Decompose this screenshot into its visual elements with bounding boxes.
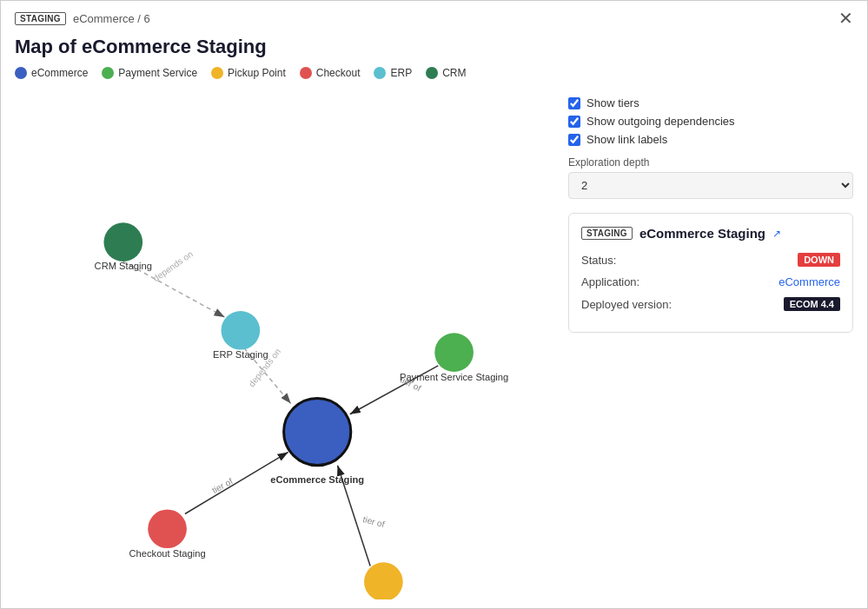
legend-label-pickup: Pickup Point	[228, 67, 286, 79]
info-card: STAGING eCommerce Staging ↗ Status: DOWN…	[568, 213, 853, 333]
graph-area: depends on depends on tier of tier of ti…	[1, 88, 554, 599]
legend-label-erp: ERP	[390, 67, 412, 79]
version-row: Deployed version: ECOM 4.4	[581, 297, 840, 311]
legend-label-checkout: Checkout	[316, 67, 361, 79]
edge-label-crm-erp: depends on	[151, 249, 195, 283]
legend-label-payment: Payment Service	[118, 67, 197, 79]
node-label-crm: CRM Staging	[95, 261, 152, 271]
legend-dot-pickup	[211, 67, 223, 79]
legend-dot-payment	[102, 67, 114, 79]
legend-item-erp: ERP	[374, 67, 412, 79]
info-card-header: STAGING eCommerce Staging ↗	[581, 226, 840, 241]
node-ecommerce[interactable]	[284, 398, 351, 465]
show-link-labels-checkbox[interactable]	[568, 134, 580, 146]
legend-row: eCommerce Payment Service Pickup Point C…	[1, 67, 867, 88]
edge-label-pickup-ecommerce: tier of	[361, 514, 386, 529]
legend-dot-crm	[426, 67, 438, 79]
show-link-labels-label[interactable]: Show link labels	[586, 133, 667, 146]
legend-dot-checkout	[300, 67, 312, 79]
legend-label-ecommerce: eCommerce	[31, 67, 88, 79]
breadcrumb: eCommerce / 6	[73, 12, 150, 25]
application-row: Application: eCommerce	[581, 275, 840, 288]
deployed-version-label: Deployed version:	[581, 298, 672, 311]
status-row: Status: DOWN	[581, 253, 840, 267]
legend-item-checkout: Checkout	[300, 67, 361, 79]
node-label-ecommerce: eCommerce Staging	[270, 474, 364, 485]
status-badge: DOWN	[798, 253, 840, 267]
legend-item-payment: Payment Service	[102, 67, 197, 79]
status-label: Status:	[581, 254, 616, 267]
show-outgoing-row: Show outgoing dependencies	[568, 115, 853, 128]
depth-select[interactable]: 1 2 3 4 5	[568, 172, 853, 199]
application-label: Application:	[581, 275, 639, 288]
show-link-labels-row: Show link labels	[568, 133, 853, 146]
application-link[interactable]: eCommerce	[779, 275, 840, 288]
node-payment[interactable]	[434, 333, 474, 372]
node-label-erp: ERP Staging	[213, 349, 268, 360]
node-crm[interactable]	[103, 222, 142, 261]
edge-label-checkout-ecommerce: tier of	[210, 476, 235, 495]
controls-section: Show tiers Show outgoing dependencies Sh…	[568, 96, 853, 199]
legend-item-ecommerce: eCommerce	[15, 67, 88, 79]
show-tiers-label[interactable]: Show tiers	[586, 96, 639, 109]
show-outgoing-checkbox[interactable]	[568, 116, 580, 128]
info-card-title: eCommerce Staging	[639, 226, 765, 241]
legend-dot-erp	[374, 67, 386, 79]
legend-label-crm: CRM	[442, 67, 466, 79]
depth-section: Exploration depth 1 2 3 4 5	[568, 156, 853, 199]
node-label-checkout: Checkout Staging	[129, 548, 206, 559]
graph-svg: depends on depends on tier of tier of ti…	[1, 88, 554, 599]
staging-badge: STAGING	[15, 12, 66, 25]
header-bar: STAGING eCommerce / 6 ✕	[1, 1, 867, 32]
legend-item-crm: CRM	[426, 67, 466, 79]
node-erp[interactable]	[222, 311, 261, 350]
right-panel: Show tiers Show outgoing dependencies Sh…	[554, 88, 867, 599]
info-staging-badge: STAGING	[581, 227, 633, 240]
legend-item-pickup: Pickup Point	[211, 67, 286, 79]
legend-dot-ecommerce	[15, 67, 27, 79]
external-link-icon[interactable]: ↗	[772, 228, 781, 240]
close-button[interactable]: ✕	[838, 10, 853, 27]
show-tiers-row: Show tiers	[568, 96, 853, 109]
show-outgoing-label[interactable]: Show outgoing dependencies	[586, 115, 735, 128]
main-content: depends on depends on tier of tier of ti…	[1, 88, 867, 599]
page-title: Map of eCommerce Staging	[1, 32, 867, 67]
version-badge: ECOM 4.4	[784, 297, 840, 311]
show-tiers-checkbox[interactable]	[568, 97, 580, 109]
node-pickup[interactable]	[364, 562, 403, 599]
node-checkout[interactable]	[148, 509, 187, 548]
exploration-depth-label: Exploration depth	[568, 156, 853, 169]
header-left: STAGING eCommerce / 6	[15, 12, 150, 25]
node-label-payment: Payment Service Staging	[400, 372, 508, 382]
